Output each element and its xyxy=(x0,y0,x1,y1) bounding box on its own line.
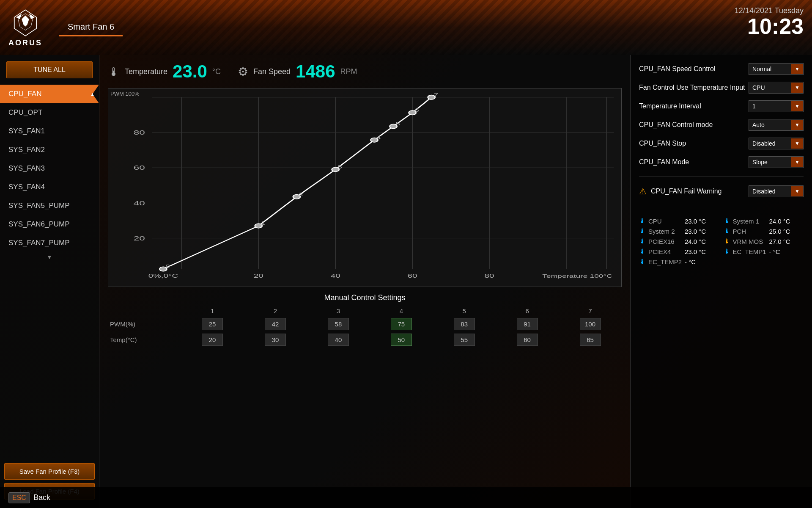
fan-stop-dropdown[interactable]: Disabled ▼ xyxy=(749,138,804,149)
speed-control-row: CPU_FAN Speed Control Normal ▼ xyxy=(639,61,804,77)
logo-text: AORUS xyxy=(8,39,42,47)
temp-2-cell[interactable]: 30 xyxy=(244,332,307,348)
temp-row-label: Temp(°C) xyxy=(108,332,181,348)
svg-text:20: 20 xyxy=(134,235,145,242)
warning-triangle-icon: ⚠ xyxy=(639,186,647,196)
system1-temp-icon: 🌡 xyxy=(724,217,730,225)
fan-stop-arrow-icon[interactable]: ▼ xyxy=(791,138,803,149)
pwm-2-cell[interactable]: 42 xyxy=(244,316,307,332)
svg-text:6: 6 xyxy=(414,108,419,113)
sidebar-item-sys-fan2[interactable]: SYS_FAN2 xyxy=(0,141,99,159)
temp-4-cell[interactable]: 50 xyxy=(370,332,433,348)
pciex16-temp-icon: 🌡 xyxy=(639,237,646,245)
cpu-temp-item: 🌡 CPU 23.0 °C xyxy=(639,217,719,225)
sidebar-item-sys-fan1[interactable]: SYS_FAN1 xyxy=(0,122,99,141)
system2-temp-value: 23.0 °C xyxy=(685,228,706,235)
control-mode-label: CPU_FAN Control mode xyxy=(639,121,749,129)
temp-interval-row: Temperature Interval 1 ▼ xyxy=(639,99,804,114)
fan-speed-unit: RPM xyxy=(340,67,357,76)
svg-text:2: 2 xyxy=(299,192,304,197)
svg-text:4: 4 xyxy=(376,135,381,140)
time-display: 10:23 xyxy=(735,15,804,37)
speed-control-dropdown[interactable]: Normal ▼ xyxy=(749,63,804,75)
pwm-5-cell[interactable]: 83 xyxy=(433,316,496,332)
system2-temp-name: System 2 xyxy=(648,228,682,235)
nav-tab[interactable]: Smart Fan 6 xyxy=(59,19,123,36)
ec-temp2-value: - °C xyxy=(685,258,696,265)
pwm-7-cell[interactable]: 100 xyxy=(559,316,622,332)
header: AORUS Smart Fan 6 12/14/2021 Tuesday 10:… xyxy=(0,0,812,55)
temp-6-cell[interactable]: 60 xyxy=(496,332,559,348)
system1-temp-item: 🌡 System 1 24.0 °C xyxy=(724,217,804,225)
pciex4-temp-item: 🌡 PCIEX4 23.0 °C xyxy=(639,248,719,255)
temp-5-cell[interactable]: 55 xyxy=(433,332,496,348)
col-header-3: 3 xyxy=(307,306,370,316)
fan-stop-label: CPU_FAN Stop xyxy=(639,140,749,147)
temp-7-cell[interactable]: 65 xyxy=(559,332,622,348)
vrm-mos-temp-value: 27.0 °C xyxy=(769,238,790,245)
temp-3-cell[interactable]: 40 xyxy=(307,332,370,348)
control-mode-value: Auto xyxy=(749,119,791,130)
sidebar-item-cpu-fan[interactable]: CPU_FAN ▲ xyxy=(0,85,99,103)
system2-temp-item: 🌡 System 2 23.0 °C xyxy=(639,227,719,235)
pwm-row-label: PWM(%) xyxy=(108,316,181,332)
pch-temp-value: 25.0 °C xyxy=(769,228,790,235)
cpu-temp-icon: 🌡 xyxy=(639,217,646,225)
tune-all-button[interactable]: TUNE ALL xyxy=(6,61,93,78)
fan-mode-dropdown[interactable]: Slope ▼ xyxy=(749,156,804,168)
speed-control-label: CPU_FAN Speed Control xyxy=(639,65,749,73)
save-fan-profile-button[interactable]: Save Fan Profile (F3) xyxy=(4,463,95,480)
manual-settings: Manual Control Settings 1 2 3 4 5 6 7 xyxy=(108,293,622,348)
sidebar-item-sys-fan4[interactable]: SYS_FAN4 xyxy=(0,178,99,196)
col-header-7: 7 xyxy=(559,306,622,316)
esc-back-button[interactable]: ESC Back xyxy=(8,492,50,503)
fan-mode-arrow-icon[interactable]: ▼ xyxy=(791,157,803,167)
pciex4-temp-name: PCIEX4 xyxy=(648,248,682,255)
pwm-1-cell[interactable]: 25 xyxy=(181,316,244,332)
fail-warning-dropdown[interactable]: Disabled ▼ xyxy=(749,185,804,197)
fail-warning-arrow-icon[interactable]: ▼ xyxy=(791,186,803,196)
control-mode-arrow-icon[interactable]: ▼ xyxy=(791,120,803,130)
datetime-display: 12/14/2021 Tuesday 10:23 xyxy=(735,6,804,37)
scroll-down-arrow-icon[interactable]: ▼ xyxy=(0,252,99,262)
ec-temp2-item: 🌡 EC_TEMP2 - °C xyxy=(639,258,719,265)
col-header-2: 2 xyxy=(244,306,307,316)
sidebar-item-sys-fan5-pump[interactable]: SYS_FAN5_PUMP xyxy=(0,196,99,215)
sidebar-item-sys-fan7-pump[interactable]: SYS_FAN7_PUMP xyxy=(0,234,99,252)
control-mode-row: CPU_FAN Control mode Auto ▼ xyxy=(639,117,804,133)
fail-warning-label: CPU_FAN Fail Warning xyxy=(651,188,749,195)
bottom-bar: ESC Back xyxy=(0,487,812,508)
divider-1 xyxy=(639,177,804,177)
sidebar-item-sys-fan3[interactable]: SYS_FAN3 xyxy=(0,159,99,178)
temp-interval-dropdown[interactable]: 1 ▼ xyxy=(749,100,804,112)
fan-stop-row: CPU_FAN Stop Disabled ▼ xyxy=(639,136,804,151)
sidebar-item-cpu-opt[interactable]: CPU_OPT xyxy=(0,103,99,122)
pwm-3-cell[interactable]: 58 xyxy=(307,316,370,332)
temp-input-label: Fan Control Use Temperature Input xyxy=(639,84,749,91)
pwm-4-cell[interactable]: 75 xyxy=(370,316,433,332)
control-mode-dropdown[interactable]: Auto ▼ xyxy=(749,119,804,131)
speed-control-arrow-icon[interactable]: ▼ xyxy=(791,64,803,74)
temp-1-cell[interactable]: 20 xyxy=(181,332,244,348)
temp-input-arrow-icon[interactable]: ▼ xyxy=(791,83,803,93)
pciex4-temp-value: 23.0 °C xyxy=(685,248,706,255)
esc-key-label[interactable]: ESC xyxy=(8,492,30,503)
temp-interval-arrow-icon[interactable]: ▼ xyxy=(791,101,803,111)
svg-text:3: 3 xyxy=(337,164,342,169)
vrm-mos-temp-icon: 🌡 xyxy=(724,237,730,245)
temp-input-value: CPU xyxy=(749,82,791,93)
sidebar: TUNE ALL CPU_FAN ▲ CPU_OPT SYS_FAN1 SYS_… xyxy=(0,55,99,508)
sidebar-item-sys-fan6-pump[interactable]: SYS_FAN6_PUMP xyxy=(0,215,99,234)
divider-2 xyxy=(639,206,804,206)
svg-text:Temperature 100°C: Temperature 100°C xyxy=(542,273,612,279)
col-header-5: 5 xyxy=(433,306,496,316)
pwm-label: PWM 100% xyxy=(110,91,140,97)
stats-bar: 🌡 Temperature 23.0 °C ⚙ Fan Speed 1486 R… xyxy=(108,61,622,82)
vrm-mos-temp-name: VRM MOS xyxy=(733,238,767,245)
svg-text:60: 60 xyxy=(408,273,417,279)
system2-temp-icon: 🌡 xyxy=(639,227,646,235)
pwm-6-cell[interactable]: 91 xyxy=(496,316,559,332)
pciex16-temp-item: 🌡 PCIEX16 24.0 °C xyxy=(639,237,719,245)
temp-input-dropdown[interactable]: CPU ▼ xyxy=(749,82,804,94)
cpu-temp-value: 23.0 °C xyxy=(685,218,706,225)
